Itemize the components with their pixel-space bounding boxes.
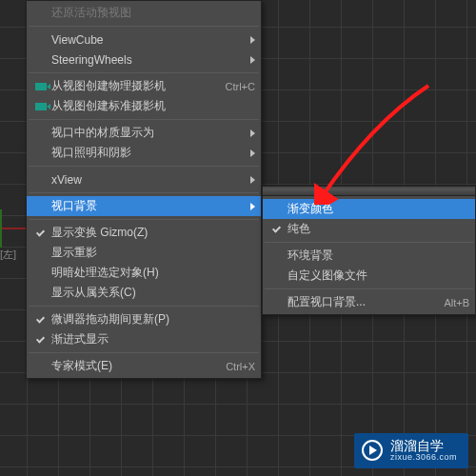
- menu-shortcut: Alt+B: [444, 297, 469, 308]
- context-menu-viewport-background: 渐变颜色 纯色 环境背景 自定义图像文件 配置视口背景... Alt+B: [262, 186, 476, 315]
- menu-label: 纯色: [288, 221, 469, 237]
- menu-label: 环境背景: [288, 248, 469, 264]
- chevron-right-icon: [250, 149, 255, 157]
- menu-label: 渐进式显示: [51, 331, 255, 347]
- submenu-solid-color[interactable]: 纯色: [263, 219, 475, 239]
- watermark-subtitle: zixue.3066.com: [390, 453, 457, 463]
- menu-separator: [29, 26, 259, 27]
- menu-viewport-background[interactable]: 视口背景: [27, 196, 261, 216]
- menu-lighting-shadow[interactable]: 视口照明和阴影: [27, 143, 261, 163]
- camera-icon: [30, 103, 51, 110]
- menu-shade-selected[interactable]: 明暗处理选定对象(H): [27, 263, 261, 283]
- menu-separator: [265, 242, 473, 243]
- watermark-title: 溜溜自学: [390, 439, 457, 453]
- menu-label: 配置视口背景...: [288, 294, 436, 310]
- menu-shortcut: Ctrl+C: [226, 81, 255, 92]
- chevron-right-icon: [250, 56, 255, 64]
- menu-progressive-display[interactable]: 渐进式显示: [27, 329, 261, 349]
- chevron-right-icon: [250, 129, 255, 137]
- check-icon: [30, 335, 51, 345]
- submenu-configure-viewport-background[interactable]: 配置视口背景... Alt+B: [263, 292, 475, 312]
- menu-separator: [29, 352, 259, 353]
- play-icon: [362, 440, 383, 461]
- menu-separator: [29, 306, 259, 307]
- menu-shortcut: Ctrl+X: [226, 361, 255, 372]
- menu-create-physical-camera[interactable]: 从视图创建物理摄影机 Ctrl+C: [27, 76, 261, 96]
- menu-label: ViewCube: [51, 33, 245, 47]
- menu-label: 从视图创建物理摄影机: [51, 78, 218, 94]
- submenu-header: [263, 188, 475, 196]
- axis-label: [左]: [0, 248, 16, 262]
- menu-label: 从视图创建标准摄影机: [51, 98, 255, 114]
- menu-label: 显示变换 Gizmo(Z): [51, 225, 255, 241]
- camera-icon: [30, 83, 51, 90]
- menu-show-transform-gizmo[interactable]: 显示变换 Gizmo(Z): [27, 223, 261, 243]
- menu-separator: [29, 192, 259, 193]
- menu-label: 自定义图像文件: [288, 268, 469, 284]
- menu-label: xView: [51, 173, 245, 187]
- menu-label: 显示重影: [51, 245, 255, 261]
- menu-label: 视口背景: [51, 198, 245, 214]
- menu-update-during-spinner[interactable]: 微调器拖动期间更新(P): [27, 309, 261, 329]
- check-icon: [267, 225, 288, 234]
- menu-separator: [29, 219, 259, 220]
- menu-label: 视口中的材质显示为: [51, 125, 245, 141]
- menu-viewcube[interactable]: ViewCube: [27, 30, 261, 50]
- menu-label: 微调器拖动期间更新(P): [51, 311, 255, 327]
- menu-label: 渐变颜色: [288, 201, 469, 217]
- chevron-right-icon: [250, 36, 255, 44]
- submenu-gradient-color[interactable]: 渐变颜色: [263, 199, 475, 219]
- menu-separator: [29, 72, 259, 73]
- submenu-custom-image-file[interactable]: 自定义图像文件: [263, 266, 475, 286]
- menu-separator: [29, 119, 259, 120]
- menu-expert-mode[interactable]: 专家模式(E) Ctrl+X: [27, 356, 261, 376]
- menu-show-ghosting[interactable]: 显示重影: [27, 243, 261, 263]
- menu-show-dependencies[interactable]: 显示从属关系(C): [27, 283, 261, 303]
- chevron-right-icon: [250, 203, 255, 210]
- menu-separator: [265, 288, 473, 289]
- menu-label: 视口照明和阴影: [51, 145, 245, 161]
- chevron-right-icon: [250, 176, 255, 184]
- menu-steeringwheels[interactable]: SteeringWheels: [27, 50, 261, 69]
- watermark-badge: 溜溜自学 zixue.3066.com: [354, 433, 468, 468]
- context-menu-main: 还原活动预视图 ViewCube SteeringWheels 从视图创建物理摄…: [26, 0, 262, 379]
- check-icon: [30, 315, 51, 325]
- menu-create-standard-camera[interactable]: 从视图创建标准摄影机: [27, 96, 261, 116]
- menu-label: 专家模式(E): [51, 358, 218, 374]
- menu-xview[interactable]: xView: [27, 169, 261, 189]
- submenu-environment-background[interactable]: 环境背景: [263, 246, 475, 266]
- menu-label: SteeringWheels: [51, 53, 245, 67]
- menu-material-display[interactable]: 视口中的材质显示为: [27, 123, 261, 143]
- menu-label: 显示从属关系(C): [51, 285, 255, 301]
- check-icon: [30, 228, 51, 238]
- axis-y: [0, 209, 2, 248]
- menu-restore-view[interactable]: 还原活动预视图: [27, 3, 261, 23]
- menu-separator: [29, 166, 259, 167]
- menu-label: 明暗处理选定对象(H): [51, 265, 255, 281]
- menu-label: 还原活动预视图: [51, 5, 255, 21]
